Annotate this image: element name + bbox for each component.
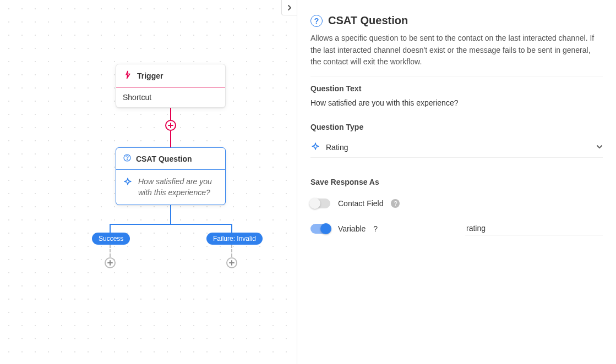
- connector-dashed: [110, 245, 111, 257]
- question-type-value: Rating: [326, 143, 591, 152]
- connector: [170, 131, 171, 147]
- variable-toggle[interactable]: [310, 224, 330, 234]
- csat-node-title: CSAT Question: [136, 155, 192, 163]
- trigger-node[interactable]: Trigger Shortcut: [116, 64, 226, 108]
- csat-node-question: How satisfied are you with this experien…: [138, 177, 215, 198]
- workflow-canvas[interactable]: Trigger Shortcut CSAT Question How satis…: [0, 0, 297, 364]
- question-icon: [123, 153, 132, 164]
- variable-name-input[interactable]: [465, 222, 603, 235]
- chevron-down-icon: [596, 143, 603, 152]
- connector-dashed: [231, 245, 232, 257]
- question-type-label: Question Type: [310, 123, 603, 131]
- save-response-label: Save Response As: [310, 178, 603, 186]
- question-type-select[interactable]: Rating: [310, 137, 603, 158]
- connector: [110, 224, 232, 225]
- question-icon: ?: [310, 15, 323, 27]
- panel-description: Allows a specific question to be sent to…: [310, 32, 603, 68]
- panel-title: ? CSAT Question: [310, 14, 603, 27]
- add-step-button[interactable]: [165, 120, 176, 131]
- properties-panel: ? CSAT Question Allows a specific questi…: [297, 0, 616, 364]
- svg-point-7: [127, 159, 128, 160]
- add-step-button-success[interactable]: [105, 257, 116, 268]
- branch-success-label: Success: [99, 235, 123, 242]
- trigger-title: Trigger: [137, 71, 163, 80]
- contact-field-label: Contact Field: [338, 199, 383, 208]
- branch-failure[interactable]: Failure: Invalid: [206, 233, 263, 245]
- branch-success[interactable]: Success: [92, 233, 130, 245]
- panel-collapse-button[interactable]: [281, 0, 297, 15]
- help-icon[interactable]: ?: [373, 224, 378, 233]
- sparkle-icon: [310, 141, 320, 153]
- panel-title-text: CSAT Question: [328, 14, 408, 27]
- question-text-label: Question Text: [310, 84, 603, 93]
- trigger-body: Shortcut: [116, 87, 225, 107]
- divider: [310, 76, 603, 76]
- contact-field-toggle[interactable]: [310, 198, 330, 208]
- help-icon[interactable]: ?: [391, 199, 400, 208]
- sparkle-icon: [123, 177, 133, 188]
- connector: [170, 202, 171, 224]
- csat-node[interactable]: CSAT Question How satisfied are you with…: [116, 147, 226, 205]
- variable-label: Variable: [338, 224, 366, 233]
- bolt-icon: [123, 70, 133, 81]
- add-step-button-failure[interactable]: [226, 257, 237, 268]
- question-text-value[interactable]: How satisfied are you with this experien…: [310, 98, 603, 107]
- branch-failure-label: Failure: Invalid: [213, 235, 256, 242]
